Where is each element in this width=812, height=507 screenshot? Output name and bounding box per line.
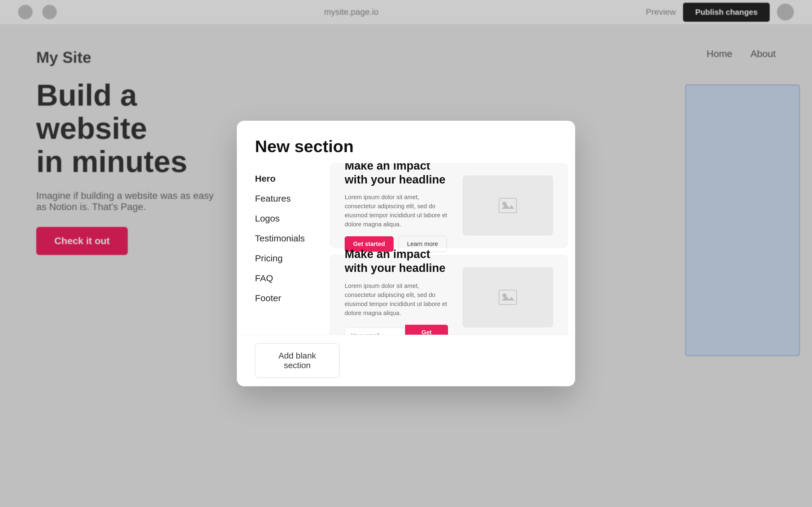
template-headline-1: Make an impact with your headline <box>345 163 448 186</box>
nav-item-footer[interactable]: Footer <box>255 289 309 307</box>
modal-body: Hero Features Logos Testimonials Pricing… <box>237 163 575 335</box>
modal-nav: Hero Features Logos Testimonials Pricing… <box>237 163 327 335</box>
template-list: Make an impact with your headline Lorem … <box>327 163 575 335</box>
image-placeholder-icon-1 <box>499 198 517 213</box>
img-circle-2 <box>502 293 507 297</box>
email-cta-button-2[interactable]: Get started <box>405 325 448 335</box>
template-card-hero-2[interactable]: Make an impact with your headline Lorem … <box>330 255 568 335</box>
template-card-hero-1[interactable]: Make an impact with your headline Lorem … <box>330 163 568 248</box>
nav-item-logos[interactable]: Logos <box>255 209 309 228</box>
template-image-1 <box>462 175 553 236</box>
template-email-actions-2: Get started <box>345 325 448 335</box>
image-placeholder-icon-2 <box>499 290 517 305</box>
nav-item-faq[interactable]: FAQ <box>255 269 309 288</box>
modal-title: New section <box>255 136 557 156</box>
template-image-2 <box>462 267 553 327</box>
modal-overlay: New section Hero Features Logos Testimon… <box>0 0 812 507</box>
nav-item-pricing[interactable]: Pricing <box>255 249 309 268</box>
template-card-left-2: Make an impact with your headline Lorem … <box>345 247 448 335</box>
nav-item-testimonials[interactable]: Testimonials <box>255 229 309 248</box>
template-card-left-1: Make an impact with your headline Lorem … <box>345 163 448 252</box>
modal-header: New section <box>237 121 575 163</box>
template-body-2: Lorem ipsum dolor sit amet, consectetur … <box>345 281 447 318</box>
nav-item-features[interactable]: Features <box>255 189 309 208</box>
img-circle-1 <box>502 202 507 206</box>
template-headline-2: Make an impact with your headline <box>345 247 448 275</box>
modal-footer: Add blank section <box>237 335 575 386</box>
new-section-modal: New section Hero Features Logos Testimon… <box>237 121 575 386</box>
nav-item-hero[interactable]: Hero <box>255 169 309 188</box>
email-input-2[interactable] <box>345 328 405 335</box>
template-body-1: Lorem ipsum dolor sit amet, consectetur … <box>345 192 447 229</box>
add-blank-section-button[interactable]: Add blank section <box>255 343 340 378</box>
